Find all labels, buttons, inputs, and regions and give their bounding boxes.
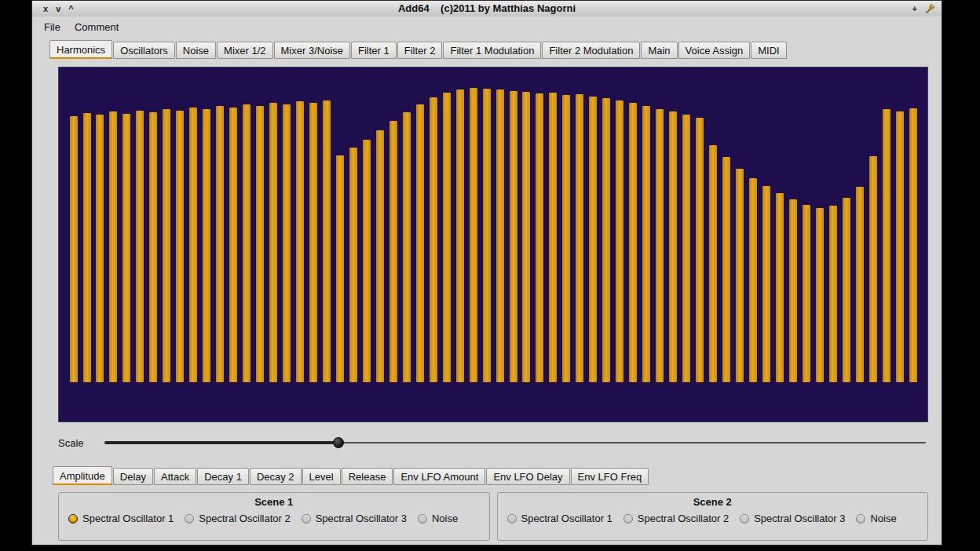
harmonic-bar-6[interactable] [136, 111, 144, 382]
harmonic-bar-43[interactable] [629, 103, 637, 382]
harmonic-bar-40[interactable] [589, 97, 597, 382]
harmonic-bar-30[interactable] [456, 89, 464, 382]
harmonics-chart[interactable] [58, 67, 928, 422]
harmonic-bar-3[interactable] [96, 115, 104, 382]
harmonic-bar-62[interactable] [883, 109, 890, 382]
harmonic-bar-51[interactable] [736, 169, 744, 382]
env-tab-env-lfo-amount[interactable]: Env LFO Amount [393, 468, 485, 485]
env-tab-attack[interactable]: Attack [154, 468, 196, 485]
harmonic-bar-48[interactable] [696, 118, 704, 382]
harmonic-bar-28[interactable] [430, 97, 437, 382]
harmonic-bar-46[interactable] [669, 111, 677, 382]
harmonic-bar-25[interactable] [389, 121, 397, 382]
harmonic-bar-24[interactable] [376, 130, 384, 382]
tab-filter-2-modulation[interactable]: Filter 2 Modulation [542, 42, 640, 59]
harmonic-bar-15[interactable] [256, 106, 264, 382]
harmonic-bar-41[interactable] [602, 98, 610, 382]
env-tab-delay[interactable]: Delay [113, 468, 153, 485]
tab-main[interactable]: Main [641, 42, 677, 59]
harmonic-bar-22[interactable] [349, 148, 357, 382]
radio-scene-2-noise[interactable]: Noise [856, 513, 896, 524]
tab-harmonics[interactable]: Harmonics [49, 40, 112, 59]
harmonic-bar-39[interactable] [576, 94, 583, 382]
radio-scene-1-noise[interactable]: Noise [418, 513, 458, 524]
radio-scene-2-spectral-oscillator-1[interactable]: Spectral Oscillator 1 [507, 513, 612, 524]
env-tab-env-lfo-delay[interactable]: Env LFO Delay [486, 468, 569, 485]
harmonic-bar-45[interactable] [656, 109, 664, 382]
harmonic-bar-44[interactable] [642, 106, 650, 382]
harmonic-bar-60[interactable] [856, 187, 864, 382]
harmonic-bar-8[interactable] [163, 109, 170, 382]
harmonic-bar-59[interactable] [843, 198, 850, 382]
harmonic-bar-54[interactable] [776, 193, 784, 382]
harmonic-bar-16[interactable] [269, 103, 277, 382]
tab-mixer-1-2[interactable]: Mixer 1/2 [217, 42, 272, 59]
harmonic-bar-26[interactable] [403, 112, 411, 382]
harmonic-bar-5[interactable] [122, 114, 130, 382]
scale-slider[interactable] [104, 435, 926, 451]
harmonic-bar-18[interactable] [296, 101, 304, 382]
slider-handle[interactable] [333, 437, 344, 448]
env-tab-env-lfo-freq[interactable]: Env LFO Freq [571, 468, 649, 485]
harmonic-bar-61[interactable] [869, 156, 877, 382]
env-tab-decay-1[interactable]: Decay 1 [197, 468, 249, 485]
harmonic-bar-19[interactable] [309, 103, 317, 382]
radio-scene-1-spectral-oscillator-3[interactable]: Spectral Oscillator 3 [302, 513, 407, 524]
harmonic-bar-47[interactable] [682, 115, 690, 382]
harmonic-bar-33[interactable] [496, 89, 504, 382]
env-tab-amplitude[interactable]: Amplitude [53, 466, 112, 485]
harmonic-bar-36[interactable] [536, 93, 543, 382]
harmonic-bar-10[interactable] [189, 108, 197, 382]
harmonic-bar-14[interactable] [243, 104, 250, 382]
harmonic-bar-57[interactable] [816, 208, 824, 382]
harmonic-bar-23[interactable] [363, 140, 371, 382]
menu-comment[interactable]: Comment [68, 19, 126, 35]
env-tab-decay-2[interactable]: Decay 2 [250, 468, 302, 485]
harmonic-bar-20[interactable] [323, 100, 331, 382]
harmonic-bar-7[interactable] [149, 112, 157, 382]
harmonic-bar-52[interactable] [749, 178, 757, 382]
harmonic-bar-4[interactable] [109, 111, 117, 382]
harmonic-bar-58[interactable] [829, 206, 837, 382]
harmonic-bar-38[interactable] [562, 95, 570, 382]
tab-oscillators[interactable]: Oscillators [113, 42, 175, 59]
maximize-button[interactable]: + [912, 1, 917, 16]
harmonic-bar-11[interactable] [203, 109, 210, 382]
harmonic-bar-42[interactable] [616, 100, 623, 382]
env-tab-level[interactable]: Level [302, 468, 341, 485]
harmonic-bar-56[interactable] [803, 205, 810, 382]
harmonic-bar-34[interactable] [510, 91, 517, 382]
radio-scene-1-spectral-oscillator-1[interactable]: Spectral Oscillator 1 [68, 513, 174, 524]
harmonic-bar-64[interactable] [909, 108, 917, 382]
tab-filter-1[interactable]: Filter 1 [351, 42, 397, 59]
harmonic-bar-55[interactable] [789, 199, 797, 382]
tab-filter-2[interactable]: Filter 2 [397, 42, 443, 59]
harmonic-bar-17[interactable] [283, 104, 291, 382]
harmonic-bar-13[interactable] [229, 108, 237, 382]
harmonic-bar-21[interactable] [336, 155, 344, 382]
harmonic-bar-2[interactable] [83, 113, 91, 382]
tab-voice-assign[interactable]: Voice Assign [678, 42, 751, 59]
harmonic-bar-50[interactable] [722, 157, 730, 382]
harmonic-bar-32[interactable] [483, 89, 491, 382]
harmonic-bar-29[interactable] [443, 93, 451, 382]
menu-file[interactable]: File [37, 19, 68, 35]
harmonic-bar-31[interactable] [470, 88, 477, 382]
harmonic-bar-12[interactable] [216, 106, 224, 382]
tab-filter-1-modulation[interactable]: Filter 1 Modulation [443, 42, 541, 59]
harmonic-bar-63[interactable] [896, 111, 904, 382]
harmonic-bar-9[interactable] [176, 111, 184, 382]
harmonic-bar-49[interactable] [709, 145, 717, 382]
env-tab-release[interactable]: Release [342, 468, 393, 485]
radio-scene-1-spectral-oscillator-2[interactable]: Spectral Oscillator 2 [185, 513, 290, 524]
harmonic-bar-27[interactable] [416, 104, 424, 382]
tab-midi[interactable]: MIDI [751, 42, 786, 59]
harmonic-bar-37[interactable] [549, 93, 557, 382]
titlebar[interactable]: x v ^ Add64 (c)2011 by Matthias Nagorni … [32, 1, 942, 17]
harmonic-bar-1[interactable] [70, 116, 78, 382]
radio-scene-2-spectral-oscillator-2[interactable]: Spectral Oscillator 2 [623, 513, 729, 524]
tab-mixer-3-noise[interactable]: Mixer 3/Noise [274, 42, 350, 59]
harmonic-bar-53[interactable] [762, 186, 770, 382]
harmonic-bar-35[interactable] [522, 92, 530, 382]
tab-noise[interactable]: Noise [176, 42, 216, 59]
